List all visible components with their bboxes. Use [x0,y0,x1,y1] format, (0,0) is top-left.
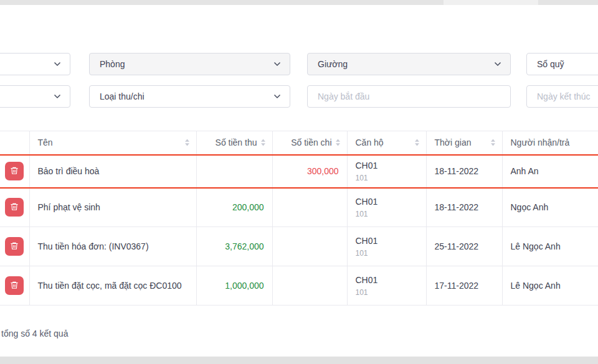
cell-nguoi-nhan-tra: Lê Ngọc Anh [502,227,598,266]
top-chrome-bar [0,0,598,5]
room-number: 101 [356,174,426,182]
table-row[interactable]: Phí phạt vệ sinh 200,000 CH01 101 18-11-… [0,188,598,227]
cell-so-tien-thu: 1,000,000 [196,266,272,306]
cell-nguoi-nhan-tra: Anh An [502,155,598,188]
cell-nguoi-nhan-tra: Lê Ngọc Anh [502,266,598,306]
trash-icon [10,241,19,252]
header-label: Thời gian [435,138,472,147]
cell-ten: Thu tiền đặt cọc, mã đặt cọc ĐC0100 [29,266,196,306]
date-start-input[interactable] [307,85,511,108]
cell-can-ho: CH01 101 [347,266,426,306]
sort-icon[interactable] [260,139,266,146]
bottom-chrome-bar [0,357,598,364]
filter-select-truncated-2[interactable] [0,85,70,108]
header-can-ho[interactable]: Căn hộ [347,131,426,155]
cell-so-tien-thu: 200,000 [196,188,272,227]
header-label: Số tiền thu [216,138,257,147]
top-chrome-tab [444,0,538,5]
cell-ten: Bảo trì điều hoà [29,155,196,188]
chevron-down-icon [494,62,501,67]
delete-button[interactable] [5,276,24,295]
filter-select-label: Sổ quỹ [537,59,598,69]
sort-icon[interactable] [414,139,420,146]
trash-icon [10,281,19,291]
filter-select-truncated-1[interactable] [0,53,70,75]
trash-icon [10,202,19,213]
filter-select-so-quy[interactable]: Sổ quỹ [526,53,598,75]
apartment-code: CH01 [356,275,426,285]
cell-ten: Phí phạt vệ sinh [29,188,196,227]
cell-thoi-gian: 18-11-2022 [426,188,502,227]
date-end-input[interactable] [526,85,598,108]
cell-so-tien-chi [272,188,347,227]
cell-so-tien-chi [272,227,347,266]
table-row[interactable]: Thu tiền đặt cọc, mã đặt cọc ĐC0100 1,00… [0,266,598,306]
sort-icon[interactable] [490,139,496,146]
room-number: 101 [356,210,426,218]
cell-can-ho: CH01 101 [347,227,426,266]
chevron-down-icon [54,94,61,99]
header-ten[interactable]: Tên [29,131,196,155]
header-so-tien-thu[interactable]: Số tiền thu [196,131,272,155]
delete-button[interactable] [5,237,24,256]
table-row[interactable]: Bảo trì điều hoà 300,000 CH01 101 18-11-… [0,155,598,188]
header-label: Căn hộ [356,138,384,147]
cell-so-tien-chi [272,266,347,306]
trash-icon [10,166,19,177]
delete-button[interactable] [5,162,24,180]
chevron-down-icon [54,62,61,67]
filter-select-label: Loại thu/chi [100,91,268,101]
chevron-down-icon [273,62,281,67]
cell-ten: Thu tiền hóa đơn: (INV0367) [29,227,196,266]
apartment-code: CH01 [356,197,426,207]
apartment-code: CH01 [356,161,426,170]
cell-thoi-gian: 25-11-2022 [426,227,502,266]
header-so-tien-chi[interactable]: Số tiền chi [272,131,347,155]
sort-icon[interactable] [335,139,341,146]
results-summary: tổng số 4 kết quả [1,329,68,338]
room-number: 101 [356,249,426,258]
delete-button[interactable] [5,198,24,217]
transactions-table: Tên Số tiền thu Số tiền chi [0,131,598,306]
table-row[interactable]: Thu tiền hóa đơn: (INV0367) 3,762,000 CH… [0,227,598,266]
filter-select-loai-thu-chi[interactable]: Loại thu/chi [89,85,290,108]
filter-select-phong[interactable]: Phòng [89,53,290,75]
apartment-code: CH01 [356,236,426,246]
cell-thoi-gian: 17-11-2022 [426,266,502,306]
table-header-row: Tên Số tiền thu Số tiền chi [0,131,598,155]
cell-so-tien-thu: 3,762,000 [196,227,272,266]
header-label: Số tiền chi [291,138,331,147]
filter-select-giuong[interactable]: Giường [307,53,511,75]
room-number: 101 [356,288,426,297]
filter-select-label: Phòng [100,59,268,69]
cell-can-ho: CH01 101 [347,188,426,227]
header-delete-column [0,131,29,155]
page: Phòng Giường Sổ quỹ Loại thu/chi [0,0,598,364]
header-nguoi-nhan-tra[interactable]: Người nhận/trả [502,131,598,155]
header-label: Người nhận/trả [511,138,570,147]
sort-icon[interactable] [184,139,190,146]
cell-can-ho: CH01 101 [347,155,426,188]
filter-select-label: Giường [318,59,489,69]
cell-nguoi-nhan-tra: Ngọc Anh [502,188,598,227]
cell-thoi-gian: 18-11-2022 [426,155,502,188]
chevron-down-icon [273,94,281,99]
cell-so-tien-chi: 300,000 [272,155,347,188]
cell-so-tien-thu [196,155,272,188]
header-label: Tên [38,138,53,147]
header-thoi-gian[interactable]: Thời gian [426,131,502,155]
